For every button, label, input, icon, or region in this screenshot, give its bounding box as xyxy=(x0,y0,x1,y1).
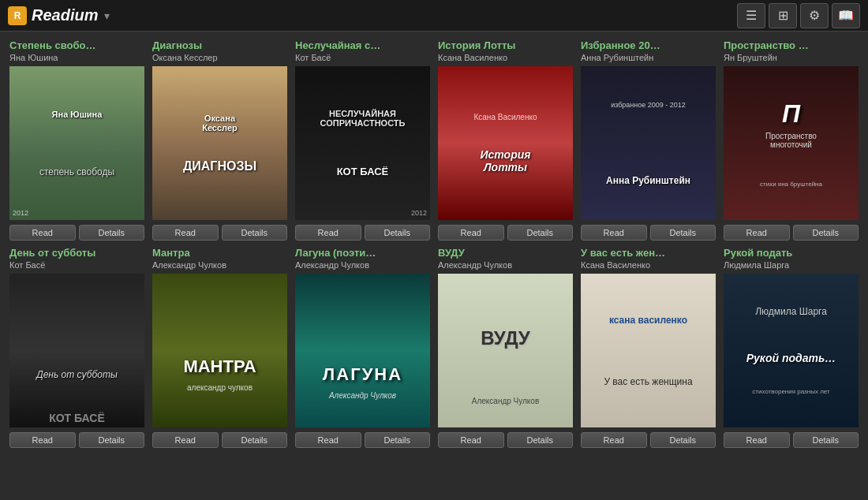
book-author: Кот Басё xyxy=(295,53,430,62)
book-action-buttons: Read Details xyxy=(295,225,430,241)
book-action-buttons: Read Details xyxy=(581,225,716,241)
book-author: Ксана Василенко xyxy=(581,260,716,270)
read-button[interactable]: Read xyxy=(152,432,219,448)
book-cover: Ксана Василенко ИсторияЛотты xyxy=(438,66,573,220)
settings-button[interactable]: ⚙ xyxy=(800,3,829,28)
read-button[interactable]: Read xyxy=(9,432,76,448)
cover-content: ЛАГУНА Александр Чулков xyxy=(295,274,430,427)
details-button[interactable]: Details xyxy=(650,432,716,448)
cover-content: ксана василенко У вас есть женщина xyxy=(581,274,716,427)
book-item: Пространство … Ян Бруштейн П Пространств… xyxy=(724,39,859,241)
book-action-buttons: Read Details xyxy=(295,432,430,448)
read-button[interactable]: Read xyxy=(295,432,361,448)
book-item: Неслучайная с… Кот Басё НЕСЛУЧАЙНАЯСОПРИ… xyxy=(295,39,430,241)
list-view-button[interactable]: ☰ xyxy=(737,3,765,28)
cover-content: Ксана Василенко ИсторияЛотты xyxy=(438,66,573,220)
read-button[interactable]: Read xyxy=(438,432,504,448)
read-button[interactable]: Read xyxy=(581,432,647,448)
details-button[interactable]: Details xyxy=(365,225,431,241)
logo-area: R Readium ▾ xyxy=(8,6,110,25)
details-button[interactable]: Details xyxy=(507,225,574,241)
details-button[interactable]: Details xyxy=(365,432,431,448)
book-action-buttons: Read Details xyxy=(152,225,287,241)
read-button[interactable]: Read xyxy=(438,225,504,241)
book-author: Кот Басё xyxy=(9,260,144,270)
book-cover: ВУДУ Александр Чулков xyxy=(438,274,573,427)
book-action-buttons: Read Details xyxy=(724,432,859,448)
book-cover: НЕСЛУЧАЙНАЯСОПРИЧАСТНОСТЬ КОТ БАСЁ 2012 xyxy=(295,66,430,220)
book-cover: ЛАГУНА Александр Чулков xyxy=(295,274,430,427)
book-author: Александр Чулков xyxy=(438,260,573,270)
book-author: Анна Рубинштейн xyxy=(581,53,716,62)
book-item: История Лотты Ксана Василенко Ксана Васи… xyxy=(438,39,573,241)
book-author: Александр Чулков xyxy=(152,260,287,270)
book-title: Мантра xyxy=(152,247,287,259)
book-action-buttons: Read Details xyxy=(438,432,573,448)
book-item: Лагуна (поэти… Александр Чулков ЛАГУНА А… xyxy=(295,247,430,448)
main-content: Степень свобо… Яна Юшина Яна Юшина степе… xyxy=(0,32,868,500)
book-item: Диагнозы Оксана Кесслер ОксанаКесслер ДИ… xyxy=(152,39,287,241)
book-item: ВУДУ Александр Чулков ВУДУ Александр Чул… xyxy=(438,247,573,448)
settings-icon: ⚙ xyxy=(809,8,820,23)
book-title: Степень свобо… xyxy=(9,39,144,51)
header-actions: ☰ ⊞ ⚙ 📖 xyxy=(737,3,860,28)
book-cover: ОксанаКесслер ДИАГНОЗЫ xyxy=(152,66,287,220)
book-cover: ксана василенко У вас есть женщина xyxy=(581,274,716,427)
book-action-buttons: Read Details xyxy=(724,225,859,241)
book-item: День от субботы Кот Басё День от субботы… xyxy=(9,247,144,448)
book-title: ВУДУ xyxy=(438,247,573,259)
read-button[interactable]: Read xyxy=(152,225,219,241)
book-title: Неслучайная с… xyxy=(295,39,430,51)
header: R Readium ▾ ☰ ⊞ ⚙ 📖 xyxy=(0,0,868,32)
book-item: У вас есть жен… Ксана Василенко ксана ва… xyxy=(581,247,716,448)
details-button[interactable]: Details xyxy=(79,225,145,241)
read-button[interactable]: Read xyxy=(9,225,76,241)
details-button[interactable]: Details xyxy=(793,432,859,448)
book-title: История Лотты xyxy=(438,39,573,51)
cover-content: Яна Юшина степень свободы 2012 xyxy=(9,66,144,220)
book-cover: избранное 2009 - 2012 Анна Рубинштейн xyxy=(581,66,716,220)
book-action-buttons: Read Details xyxy=(581,432,716,448)
read-button[interactable]: Read xyxy=(295,225,361,241)
details-button[interactable]: Details xyxy=(793,225,859,241)
read-button[interactable]: Read xyxy=(581,225,647,241)
cover-content: МАНТРА александр чулков xyxy=(152,274,287,427)
book-cover: Яна Юшина степень свободы 2012 xyxy=(9,66,144,220)
book-action-buttons: Read Details xyxy=(438,225,573,241)
book-author: Яна Юшина xyxy=(9,53,144,62)
book-title: Избранное 20… xyxy=(581,39,716,51)
book-cover: День от субботы КОТ БАСЁ xyxy=(9,274,144,427)
read-button[interactable]: Read xyxy=(724,225,790,241)
book-title: Диагнозы xyxy=(152,39,287,51)
book-title: Пространство … xyxy=(724,39,859,51)
details-button[interactable]: Details xyxy=(650,225,716,241)
details-button[interactable]: Details xyxy=(79,432,145,448)
list-icon: ☰ xyxy=(746,8,757,23)
details-button[interactable]: Details xyxy=(222,432,288,448)
book-action-buttons: Read Details xyxy=(152,432,287,448)
book-title: Рукой подать xyxy=(724,247,859,259)
book-item: Степень свобо… Яна Юшина Яна Юшина степе… xyxy=(9,39,144,241)
cover-content: Людмила Шарга Рукой подать… стихотворени… xyxy=(724,274,859,427)
book-title: День от субботы xyxy=(9,247,144,259)
book-action-buttons: Read Details xyxy=(9,432,144,448)
book-cover: П Пространствомноготочий стихи яна брушт… xyxy=(724,66,859,220)
logo-text: Readium xyxy=(32,6,98,24)
book-author: Ксана Василенко xyxy=(438,53,573,62)
book-author: Людмила Шарга xyxy=(724,260,859,270)
grid-icon: ⊞ xyxy=(778,8,788,23)
cover-content: П Пространствомноготочий стихи яна брушт… xyxy=(724,66,859,220)
add-book-button[interactable]: 📖 xyxy=(832,3,860,28)
details-button[interactable]: Details xyxy=(222,225,288,241)
cover-content: ОксанаКесслер ДИАГНОЗЫ xyxy=(152,66,287,220)
logo-dropdown-icon[interactable]: ▾ xyxy=(104,9,110,22)
book-author: Ян Бруштейн xyxy=(724,53,859,62)
book-cover: МАНТРА александр чулков xyxy=(152,274,287,427)
details-button[interactable]: Details xyxy=(507,432,574,448)
cover-content: избранное 2009 - 2012 Анна Рубинштейн xyxy=(581,66,716,220)
books-grid: Степень свобо… Яна Юшина Яна Юшина степе… xyxy=(9,39,859,448)
read-button[interactable]: Read xyxy=(724,432,790,448)
book-title: Лагуна (поэти… xyxy=(295,247,430,259)
grid-view-button[interactable]: ⊞ xyxy=(769,3,797,28)
book-item: Избранное 20… Анна Рубинштейн избранное … xyxy=(581,39,716,241)
